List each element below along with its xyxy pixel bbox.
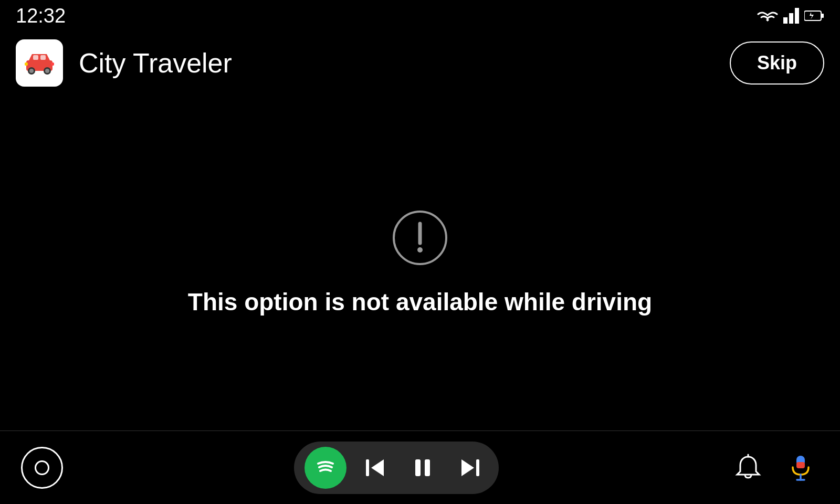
svg-point-10	[29, 69, 34, 73]
spotify-button[interactable]	[304, 447, 346, 489]
time-display: 12:32	[16, 5, 66, 27]
svg-marker-23	[461, 459, 474, 476]
skip-button[interactable]: Skip	[730, 41, 824, 85]
svg-rect-21	[425, 459, 430, 476]
app-title-area: City Traveler	[16, 39, 232, 87]
svg-marker-5	[810, 12, 814, 19]
battery-icon	[804, 10, 824, 22]
status-bar: 12:32	[0, 0, 840, 32]
pause-icon	[411, 456, 434, 479]
car-icon	[24, 50, 55, 76]
svg-rect-8	[40, 55, 46, 60]
svg-marker-1	[789, 13, 793, 24]
previous-icon	[364, 456, 387, 479]
svg-rect-20	[415, 459, 421, 476]
svg-rect-4	[821, 14, 824, 18]
svg-point-17	[417, 247, 423, 253]
app-icon	[16, 39, 63, 87]
notifications-button[interactable]	[730, 449, 766, 486]
home-dot-icon	[35, 460, 49, 475]
svg-rect-18	[366, 459, 369, 476]
microphone-button[interactable]	[782, 449, 819, 486]
svg-point-12	[45, 69, 49, 73]
main-content: This option is not available while drivi…	[0, 94, 840, 430]
svg-rect-14	[51, 62, 54, 66]
warning-message: This option is not available while drivi…	[188, 288, 652, 316]
next-button[interactable]	[446, 444, 494, 491]
app-name: City Traveler	[79, 47, 232, 79]
svg-marker-0	[783, 17, 788, 24]
bell-icon	[734, 454, 762, 482]
home-button[interactable]	[21, 447, 63, 489]
pause-button[interactable]	[399, 444, 446, 491]
svg-rect-7	[33, 55, 38, 60]
right-controls	[730, 449, 819, 486]
microphone-icon	[786, 454, 815, 482]
spotify-icon	[313, 455, 338, 480]
next-icon	[458, 456, 481, 479]
previous-button[interactable]	[352, 444, 399, 491]
svg-rect-26	[796, 462, 805, 468]
svg-rect-13	[25, 62, 28, 66]
svg-rect-22	[476, 459, 479, 476]
svg-marker-19	[371, 459, 384, 476]
signal-icon	[783, 8, 799, 24]
wifi-icon	[757, 8, 778, 24]
status-icons	[757, 8, 824, 24]
app-header: City Traveler Skip	[0, 32, 840, 94]
warning-circle-icon	[391, 209, 449, 267]
player-controls	[294, 442, 499, 494]
bottom-bar	[0, 430, 840, 504]
svg-marker-2	[795, 8, 799, 24]
